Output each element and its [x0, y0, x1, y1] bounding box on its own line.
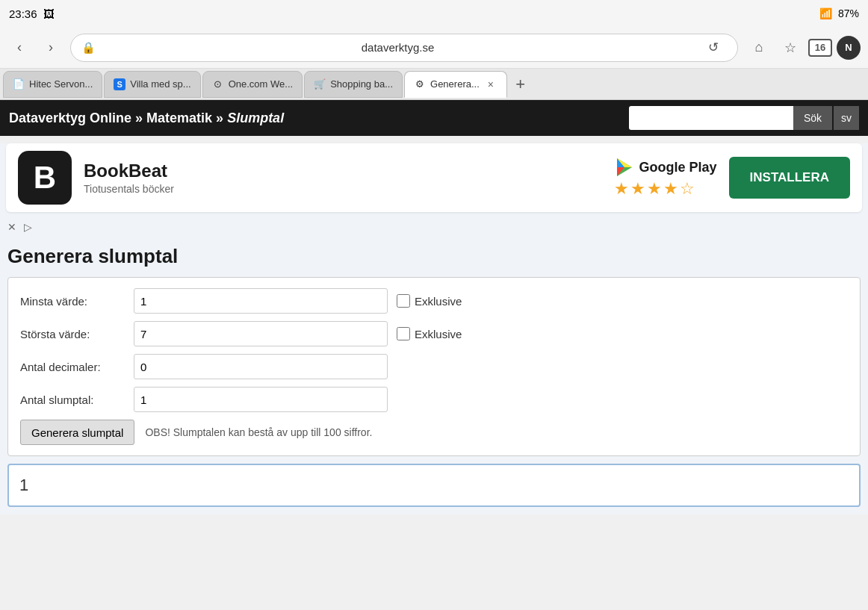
install-button[interactable]: INSTALLERA — [729, 157, 850, 199]
obs-text: OBS! Slumptalen kan bestå av upp till 10… — [145, 426, 372, 438]
forward-button[interactable]: › — [39, 36, 63, 60]
google-play-section: Google Play ★★★★☆ — [614, 157, 717, 199]
app-icon: B — [18, 151, 72, 205]
tab-icon-shopping: 🛒 — [314, 78, 326, 90]
tab-label-one: One.com We... — [229, 78, 293, 90]
minsta-exklusive-checkbox[interactable] — [397, 294, 410, 308]
main-content: Generera slumptal Minsta värde: Exklusiv… — [0, 237, 868, 514]
storsta-exklusive-wrapper: Exklusive — [397, 327, 462, 340]
new-tab-button[interactable]: + — [509, 72, 533, 96]
battery: 87% — [838, 7, 859, 19]
result-box: 1 — [7, 464, 861, 507]
storsta-label: Största värde: — [20, 328, 125, 340]
minsta-exklusive-label: Exklusive — [415, 295, 462, 308]
generate-row: Generera slumptal OBS! Slumptalen kan be… — [20, 420, 848, 445]
minsta-input[interactable] — [134, 288, 388, 314]
bookmark-button[interactable]: ☆ — [777, 34, 804, 61]
ad-close-icon[interactable]: ✕ — [7, 221, 16, 233]
site-header: Dataverktyg Online » Matematik » Slumpta… — [0, 100, 868, 136]
menu-button[interactable]: N — [837, 36, 861, 60]
gp-text: Google Play — [639, 160, 717, 175]
decimaler-input[interactable] — [134, 354, 388, 379]
antal-row: Antal slumptal: — [20, 387, 848, 412]
tab-generera[interactable]: ⚙ Generera... × — [404, 71, 507, 98]
app-name: BookBeat — [84, 161, 602, 181]
tab-label-generera: Generera... — [430, 78, 480, 90]
tabs-row: 📄 Hitec Servon... S Villa med sp... ⊙ On… — [0, 69, 868, 100]
ad-banner: B BookBeat Tiotusentals böcker Google Pl… — [6, 143, 862, 212]
antal-label: Antal slumptal: — [20, 393, 125, 406]
ad-info-icon[interactable]: ▷ — [24, 221, 32, 233]
minsta-label: Minsta värde: — [20, 295, 125, 308]
minsta-row: Minsta värde: Exklusive — [20, 288, 848, 314]
decimaler-row: Antal decimaler: — [20, 354, 848, 379]
star-rating: ★★★★☆ — [614, 179, 696, 199]
antal-input[interactable] — [134, 387, 388, 412]
storsta-row: Största värde: Exklusive — [20, 321, 848, 346]
back-button[interactable]: ‹ — [7, 36, 31, 60]
tab-icon-generera: ⚙ — [414, 78, 426, 90]
tab-label-hitec: Hitec Servon... — [29, 78, 93, 90]
tab-shopping[interactable]: 🛒 Shopping ba... — [304, 71, 403, 98]
tabs-count[interactable]: 16 — [808, 39, 832, 57]
url-text: dataverktyg.se — [102, 41, 694, 54]
tab-label-villa: Villa med sp... — [130, 78, 190, 90]
storsta-exklusive-label: Exklusive — [415, 328, 462, 340]
tab-one[interactable]: ⊙ One.com We... — [202, 71, 303, 98]
tab-icon-hitec: 📄 — [13, 78, 25, 90]
search-box: Sök sv — [629, 106, 859, 130]
gp-badge: Google Play — [614, 157, 717, 178]
image-icon: 🖼 — [43, 7, 55, 20]
wifi-icon: 📶 — [819, 7, 832, 19]
time: 23:36 — [9, 7, 37, 20]
generate-button[interactable]: Generera slumptal — [20, 420, 134, 445]
app-info: BookBeat Tiotusentals böcker — [84, 161, 602, 195]
tab-icon-villa: S — [114, 78, 125, 90]
tab-hitec[interactable]: 📄 Hitec Servon... — [3, 71, 102, 98]
search-input[interactable] — [629, 106, 793, 130]
lang-button[interactable]: sv — [834, 106, 859, 130]
tab-close-generera[interactable]: × — [484, 78, 497, 91]
app-tagline: Tiotusentals böcker — [84, 183, 602, 195]
tab-icon-one: ⊙ — [212, 78, 224, 90]
form-container: Minsta värde: Exklusive Största värde: E… — [7, 277, 861, 456]
google-play-icon — [614, 157, 635, 178]
home-button[interactable]: ⌂ — [745, 34, 772, 61]
address-bar[interactable]: 🔒 dataverktyg.se ↺ — [70, 34, 738, 62]
site-breadcrumb: Dataverktyg Online » Matematik » Slumpta… — [9, 111, 629, 126]
decimaler-label: Antal decimaler: — [20, 361, 125, 373]
storsta-exklusive-checkbox[interactable] — [397, 327, 410, 340]
tab-villa[interactable]: S Villa med sp... — [104, 71, 200, 98]
tab-label-shopping: Shopping ba... — [330, 78, 393, 90]
search-button[interactable]: Sök — [793, 106, 832, 130]
browser-actions: ⌂ ☆ 16 N — [745, 34, 861, 61]
browser-chrome: ‹ › 🔒 dataverktyg.se ↺ ⌂ ☆ 16 N — [0, 27, 868, 69]
minsta-exklusive-wrapper: Exklusive — [397, 294, 462, 308]
ad-controls: ✕ ▷ — [0, 220, 868, 237]
storsta-input[interactable] — [134, 321, 388, 346]
page-content: B BookBeat Tiotusentals böcker Google Pl… — [0, 143, 868, 514]
status-bar: 23:36 🖼 📶 87% — [0, 0, 868, 27]
page-heading: Generera slumptal — [7, 245, 861, 268]
lock-icon: 🔒 — [81, 41, 96, 55]
reload-button[interactable]: ↺ — [700, 34, 727, 61]
